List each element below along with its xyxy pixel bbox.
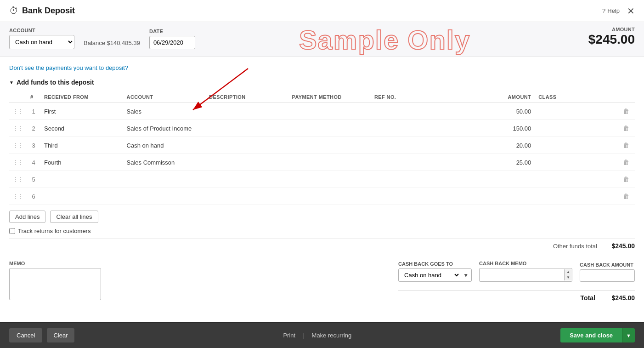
account-cell[interactable] — [123, 154, 206, 171]
received-from-cell[interactable] — [40, 188, 123, 205]
received-from-cell[interactable] — [40, 120, 123, 137]
description-cell[interactable] — [205, 103, 288, 120]
drag-handle[interactable]: ⋮⋮ — [9, 103, 27, 120]
cash-back-goes-to-wrapper[interactable]: Cash on hand ▼ — [398, 268, 472, 282]
description-input[interactable] — [209, 141, 284, 150]
ref-no-input[interactable] — [374, 107, 449, 116]
description-cell[interactable] — [205, 188, 288, 205]
class-cell[interactable] — [535, 188, 617, 205]
payment-method-input[interactable] — [292, 107, 367, 116]
class-input[interactable] — [538, 158, 614, 167]
help-button[interactable]: ? Help — [602, 7, 620, 14]
description-cell[interactable] — [205, 137, 288, 154]
cancel-button[interactable]: Cancel — [9, 328, 42, 342]
payment-method-cell[interactable] — [288, 171, 370, 188]
amount-input[interactable] — [456, 107, 531, 116]
dont-see-link[interactable]: Don't see the payments you want to depos… — [9, 64, 128, 71]
class-cell[interactable] — [535, 171, 617, 188]
ref-no-cell[interactable] — [371, 103, 452, 120]
description-input[interactable] — [209, 124, 284, 133]
payment-method-cell[interactable] — [288, 188, 370, 205]
account-input[interactable] — [127, 192, 202, 201]
description-cell[interactable] — [205, 120, 288, 137]
amount-cell[interactable] — [452, 188, 535, 205]
save-close-button[interactable]: Save and close — [560, 328, 622, 342]
delete-row-button[interactable]: 🗑 — [621, 124, 631, 133]
description-input[interactable] — [209, 192, 284, 201]
received-from-cell[interactable] — [40, 137, 123, 154]
drag-handle[interactable]: ⋮⋮ — [9, 171, 27, 188]
cash-back-goes-to-select[interactable]: Cash on hand — [399, 269, 460, 281]
amount-input[interactable] — [456, 158, 531, 167]
class-input[interactable] — [538, 192, 614, 201]
account-cell[interactable] — [123, 120, 206, 137]
received-from-cell[interactable] — [40, 103, 123, 120]
ref-no-input[interactable] — [374, 175, 449, 184]
ref-no-cell[interactable] — [371, 154, 452, 171]
ref-no-input[interactable] — [374, 124, 449, 133]
ref-no-input[interactable] — [374, 192, 449, 201]
amount-cell[interactable] — [452, 103, 535, 120]
account-cell[interactable] — [123, 137, 206, 154]
clear-all-lines-button[interactable]: Clear all lines — [50, 211, 98, 223]
received-from-input[interactable] — [44, 124, 119, 133]
class-input[interactable] — [538, 107, 614, 116]
class-cell[interactable] — [535, 154, 617, 171]
received-from-input[interactable] — [44, 175, 119, 184]
ref-no-cell[interactable] — [371, 120, 452, 137]
account-cell[interactable] — [123, 188, 206, 205]
description-cell[interactable] — [205, 171, 288, 188]
amount-input[interactable] — [456, 175, 531, 184]
amount-input[interactable] — [456, 124, 531, 133]
close-button[interactable]: ✕ — [627, 6, 635, 16]
payment-method-cell[interactable] — [288, 154, 370, 171]
cash-back-memo-up[interactable]: ▲ — [565, 269, 572, 275]
account-input[interactable] — [127, 124, 202, 133]
description-cell[interactable] — [205, 154, 288, 171]
payment-method-input[interactable] — [292, 141, 367, 150]
track-returns-checkbox[interactable] — [9, 228, 15, 234]
payment-method-input[interactable] — [292, 192, 367, 201]
drag-handle[interactable]: ⋮⋮ — [9, 120, 27, 137]
drag-handle[interactable]: ⋮⋮ — [9, 137, 27, 154]
payment-method-cell[interactable] — [288, 120, 370, 137]
ref-no-cell[interactable] — [371, 137, 452, 154]
class-input[interactable] — [538, 124, 614, 133]
payment-method-cell[interactable] — [288, 137, 370, 154]
account-select-wrapper[interactable]: Cash on hand — [9, 35, 74, 49]
amount-cell[interactable] — [452, 137, 535, 154]
amount-cell[interactable] — [452, 154, 535, 171]
drag-handle[interactable]: ⋮⋮ — [9, 188, 27, 205]
account-cell[interactable] — [123, 103, 206, 120]
make-recurring-button[interactable]: Make recurring — [305, 330, 359, 341]
received-from-cell[interactable] — [40, 171, 123, 188]
class-cell[interactable] — [535, 103, 617, 120]
account-select[interactable]: Cash on hand — [10, 35, 74, 49]
amount-input[interactable] — [456, 192, 531, 201]
ref-no-input[interactable] — [374, 158, 449, 167]
amount-input[interactable] — [456, 141, 531, 150]
payment-method-input[interactable] — [292, 158, 367, 167]
cash-back-amount-input[interactable] — [580, 269, 635, 282]
account-input[interactable] — [127, 158, 202, 167]
description-input[interactable] — [209, 107, 284, 116]
class-input[interactable] — [538, 175, 614, 184]
memo-input[interactable] — [9, 268, 101, 300]
class-cell[interactable] — [535, 137, 617, 154]
delete-row-button[interactable]: 🗑 — [621, 141, 631, 150]
save-close-dropdown[interactable]: ▼ — [622, 328, 635, 342]
delete-row-button[interactable]: 🗑 — [621, 107, 631, 116]
delete-row-button[interactable]: 🗑 — [621, 192, 631, 201]
received-from-input[interactable] — [44, 141, 119, 150]
clear-button[interactable]: Clear — [47, 328, 74, 342]
print-button[interactable]: Print — [276, 330, 303, 341]
received-from-input[interactable] — [44, 107, 119, 116]
amount-cell[interactable] — [452, 120, 535, 137]
payment-method-cell[interactable] — [288, 103, 370, 120]
add-lines-button[interactable]: Add lines — [9, 211, 45, 223]
account-cell[interactable] — [123, 171, 206, 188]
ref-no-input[interactable] — [374, 141, 449, 150]
cash-back-memo-input[interactable] — [480, 269, 564, 281]
received-from-input[interactable] — [44, 192, 119, 201]
collapse-icon[interactable]: ▼ — [9, 80, 14, 85]
